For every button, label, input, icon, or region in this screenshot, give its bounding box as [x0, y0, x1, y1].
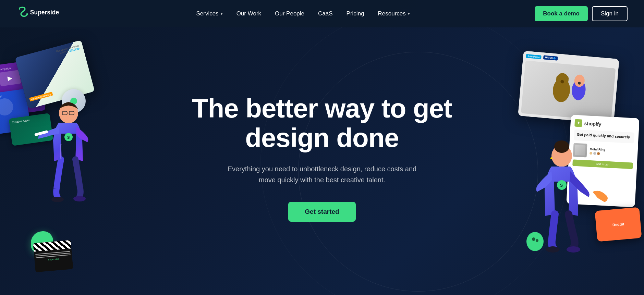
svg-point-26 — [567, 246, 580, 253]
nav-link-our-work[interactable]: Our Work — [231, 8, 267, 20]
hero-title: The better way to get design done — [192, 94, 452, 153]
orange-card-text: Reddit — [612, 222, 624, 227]
tablet-inner: Salesforce HIMSS🔷 — [518, 51, 619, 124]
svg-text:S: S — [67, 135, 70, 139]
nav-label-services: Services — [196, 10, 218, 17]
chevron-down-icon: ▾ — [221, 12, 223, 16]
svg-point-25 — [546, 246, 560, 253]
nav-link-pricing[interactable]: Pricing — [341, 8, 370, 20]
shopify-header: ✦ shopify — [574, 119, 635, 130]
get-started-button[interactable]: Get started — [288, 202, 355, 222]
logo[interactable]: Superside — [16, 5, 71, 22]
left-illustrations: Campaign ▶ Design Creative Asset — [0, 21, 130, 281]
svg-point-28 — [532, 237, 535, 241]
nav-label-pricing: Pricing — [347, 10, 364, 17]
salesforce-logo: Salesforce — [526, 54, 542, 59]
tablet-illustration — [532, 67, 604, 114]
svg-point-10 — [73, 196, 86, 201]
right-illustrations: Salesforce HIMSS🔷 — [445, 21, 644, 281]
svg-point-22 — [550, 157, 552, 159]
chevron-down-icon-2: ▾ — [408, 12, 410, 16]
navbar: Superside Services ▾ Our Work Our People — [0, 0, 644, 27]
shopify-title: shopify — [584, 121, 602, 127]
nav-link-caas[interactable]: CaaS — [313, 8, 338, 20]
svg-point-0 — [26, 13, 28, 15]
nav-link-resources[interactable]: Resources ▾ — [373, 8, 415, 20]
orange-card: Reddit — [595, 207, 642, 242]
svg-text:Superside: Superside — [30, 9, 59, 16]
svg-point-29 — [536, 239, 538, 242]
hero-title-line2: design done — [245, 123, 399, 153]
tablet-image-area — [521, 61, 616, 121]
shopify-card-heading: Get paid quickly and securely — [577, 132, 632, 139]
nav-label-our-work: Our Work — [236, 10, 261, 17]
nav-actions: Book a demo Sign in — [535, 6, 628, 21]
nav-item-pricing[interactable]: Pricing — [341, 8, 370, 20]
hero-section: Superside Services ▾ Our Work Our People — [0, 0, 644, 295]
hero-subtitle: Everything you need to unbottleneck desi… — [219, 163, 425, 185]
character-left-svg: S — [31, 99, 106, 219]
nav-label-caas: CaaS — [318, 10, 333, 17]
nav-links: Services ▾ Our Work Our People CaaS — [191, 8, 415, 20]
nav-link-services[interactable]: Services ▾ — [191, 8, 228, 20]
svg-point-27 — [526, 232, 544, 251]
shopify-icon: ✦ — [574, 119, 582, 127]
nav-item-resources[interactable]: Resources ▾ — [373, 8, 415, 20]
nav-item-services[interactable]: Services ▾ — [191, 8, 228, 20]
nav-item-our-work[interactable]: Our Work — [231, 8, 267, 20]
svg-point-20 — [554, 140, 569, 153]
svg-point-9 — [51, 197, 64, 202]
logo-svg: Superside — [16, 5, 71, 22]
tablet-top-right: Salesforce HIMSS🔷 — [518, 51, 619, 124]
himss-logo: HIMSS🔷 — [543, 55, 558, 61]
clapper-board: Superside — [33, 240, 73, 272]
character-right-svg: S — [521, 140, 617, 271]
svg-text:S: S — [560, 183, 563, 188]
nav-label-resources: Resources — [378, 10, 406, 17]
hero-title-line1: The better way to get — [192, 93, 452, 123]
figure-left: S — [31, 99, 106, 221]
book-demo-button[interactable]: Book a demo — [535, 6, 588, 21]
figure-right: S — [521, 140, 617, 272]
nav-label-our-people: Our People — [275, 10, 304, 17]
nav-link-our-people[interactable]: Our People — [269, 8, 310, 20]
nav-item-our-people[interactable]: Our People — [269, 8, 310, 20]
sign-in-button[interactable]: Sign in — [592, 6, 628, 21]
hero-content: The better way to get design done Everyt… — [192, 73, 452, 222]
nav-item-caas[interactable]: CaaS — [313, 8, 338, 20]
